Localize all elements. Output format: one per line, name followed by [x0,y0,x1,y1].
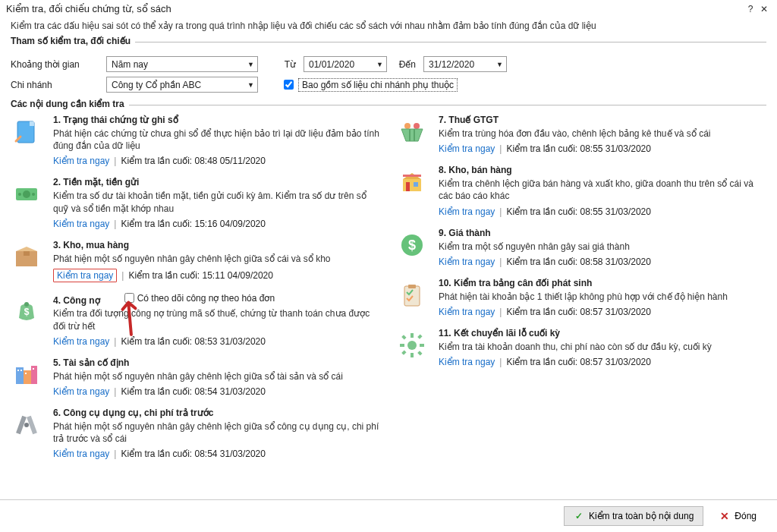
svg-rect-7 [24,251,30,256]
svg-rect-34 [420,344,424,347]
item-left-2-last-check: Kiểm tra lần cuối: 15:11 04/09/2020 [128,270,272,281]
svg-point-5 [18,193,21,196]
item-right-2: $9. Giá thànhKiểm tra một số nguyên nhân… [396,228,766,267]
period-label: Khoảng thời gian [11,59,102,70]
item-right-2-last-check: Kiểm tra lần cuối: 08:58 31/03/2020 [506,257,650,267]
item-left-1-check-now-link[interactable]: Kiểm tra ngay [53,219,109,229]
item-right-1-last-check: Kiểm tra lần cuối: 08:55 31/03/2020 [506,206,650,217]
item-left-5-check-now-link[interactable]: Kiểm tra ngay [53,449,109,459]
svg-rect-37 [417,334,422,338]
item-right-4-desc: Kiểm tra tài khoản doanh thu, chi phí nà… [439,341,766,353]
item-left-5-title: 6. Công cụ dụng cụ, chi phí trả trước [53,408,381,418]
close-icon[interactable]: ✕ [757,4,771,14]
branch-label: Chi nhánh [11,80,102,90]
svg-rect-36 [417,351,422,355]
svg-text:$: $ [24,307,30,317]
x-icon: ✕ [719,511,730,521]
item-left-1-title: 2. Tiền mặt, tiền gửi [53,177,381,187]
item-left-3-check-now-link[interactable]: Kiểm tra ngay [53,336,109,347]
item-left-3-title: 4. Công nợCó theo dõi công nợ theo hóa đ… [53,293,381,306]
item-right-0-last-check: Kiểm tra lần cuối: 08:55 31/03/2020 [506,143,650,154]
svg-point-30 [407,341,417,350]
item-left-4-desc: Phát hiện một số nguyên nhân gây chênh l… [53,370,381,382]
branch-select[interactable]: Công ty Cổ phần ABC▼ [106,77,258,93]
item-right-2-desc: Kiểm tra một số nguyên nhân gây sai giá … [439,241,766,253]
include-subbranch-label: Bao gồm số liệu chi nhánh phụ thuộc [298,78,458,92]
svg-rect-33 [400,344,404,347]
item-left-5-last-check: Kiểm tra lần cuối: 08:54 31/03/2020 [121,449,265,459]
item-left-2-check-now-link[interactable]: Kiểm tra ngay [53,269,117,282]
item-left-4-title: 5. Tài sản cố định [53,357,381,368]
item-left-2-desc: Phát hiện một số nguyên nhân gây chênh l… [53,253,381,265]
svg-rect-23 [406,182,410,191]
svg-point-6 [32,193,35,196]
item-left-4-last-check: Kiểm tra lần cuối: 08:54 31/03/2020 [121,386,265,397]
svg-rect-21 [414,129,415,141]
item-right-1-check-now-link[interactable]: Kiểm tra ngay [439,206,495,217]
svg-rect-22 [403,179,421,191]
item-left-0-title: 1. Trạng thái chứng từ ghi sổ [53,115,381,125]
item-left-0-icon [11,116,42,148]
svg-text:$: $ [408,238,416,253]
item-right-0-icon [396,116,428,148]
item-left-3-icon: $ [11,294,42,326]
item-right-0: 7. Thuế GTGTKiểm tra trùng hóa đơn đầu v… [396,115,766,154]
svg-rect-35 [401,335,406,339]
item-right-2-title: 9. Giá thành [439,228,766,238]
item-right-4-last-check: Kiểm tra lần cuối: 08:57 31/03/2020 [506,357,650,367]
svg-point-4 [23,190,30,198]
item-left-4: 5. Tài sản cố địnhPhát hiện một số nguyê… [11,357,381,397]
item-right-1-desc: Kiểm tra chênh lệch giữa bán hàng và xuấ… [439,178,766,202]
item-left-0-desc: Phát hiện các chứng từ chưa ghi sổ để th… [53,127,381,152]
svg-rect-16 [33,368,34,370]
item-right-2-icon: $ [396,229,428,261]
item-left-0-last-check: Kiểm tra lần cuối: 08:48 05/11/2020 [121,156,265,166]
item-left-0: 1. Trạng thái chứng từ ghi sổPhát hiện c… [11,115,381,166]
svg-point-19 [414,123,420,129]
check-all-button[interactable]: ✓ Kiểm tra toàn bộ nội dung [564,506,703,526]
include-subbranch-checkbox[interactable] [284,80,294,90]
item-right-3-title: 10. Kiểm tra bảng cân đối phát sinh [439,278,766,288]
item-right-4-icon [396,329,428,361]
item-right-3: 10. Kiểm tra bảng cân đối phát sinhPhát … [396,278,766,317]
svg-rect-24 [414,182,418,187]
item-right-0-check-now-link[interactable]: Kiểm tra ngay [439,143,495,154]
period-select[interactable]: Năm nay▼ [106,56,258,72]
to-date-input[interactable]: 31/12/2020▼ [423,56,507,72]
svg-point-18 [404,123,411,129]
item-right-1-icon [396,166,428,198]
item-right-1: 8. Kho, bán hàngKiểm tra chênh lệch giữa… [396,165,766,216]
dialog-title: Kiểm tra, đối chiếu chứng từ, sổ sách [6,3,744,14]
item-right-1-title: 8. Kho, bán hàng [439,165,766,175]
svg-rect-14 [20,370,22,371]
svg-rect-32 [411,353,414,357]
item-left-1-last-check: Kiểm tra lần cuối: 15:16 04/09/2020 [121,219,265,229]
item-left-1-icon [11,178,42,210]
item-right-4-check-now-link[interactable]: Kiểm tra ngay [439,357,495,367]
item-right-3-check-now-link[interactable]: Kiểm tra ngay [439,307,495,317]
svg-point-17 [24,423,29,427]
svg-rect-15 [25,373,27,374]
check-icon: ✓ [574,511,584,521]
item-left-1-desc: Kiểm tra số dư tài khoản tiền mặt, tiền … [53,190,381,214]
item-left-4-check-now-link[interactable]: Kiểm tra ngay [53,386,109,397]
item-left-1: 2. Tiền mặt, tiền gửiKiểm tra số dư tài … [11,177,381,228]
from-date-input[interactable]: 01/01/2020▼ [304,56,387,72]
item-left-0-check-now-link[interactable]: Kiểm tra ngay [53,156,109,166]
help-icon[interactable]: ? [744,4,757,14]
item-right-4-title: 11. Kết chuyển lãi lỗ cuối kỳ [439,328,766,338]
item-left-3-last-check: Kiểm tra lần cuối: 08:53 31/03/2020 [121,336,265,347]
item-right-0-title: 7. Thuế GTGT [439,115,766,125]
item-left-3-inline-checkbox[interactable]: Có theo dõi công nợ theo hóa đơn [124,293,275,304]
item-left-2-icon [11,241,42,273]
item-left-3: $4. Công nợCó theo dõi công nợ theo hóa … [11,293,381,347]
item-right-3-icon [396,279,428,311]
item-left-5-desc: Phát hiện một số nguyên nhân gây chênh l… [53,420,381,445]
item-right-2-check-now-link[interactable]: Kiểm tra ngay [439,257,495,267]
item-left-2: 3. Kho, mua hàngPhát hiện một số nguyên … [11,240,381,282]
from-label: Từ [263,59,299,70]
close-button[interactable]: ✕ Đóng [709,506,766,526]
item-left-5: 6. Công cụ dụng cụ, chi phí trả trướcPhá… [11,408,381,459]
svg-rect-31 [411,333,414,338]
item-left-4-icon [11,359,42,391]
